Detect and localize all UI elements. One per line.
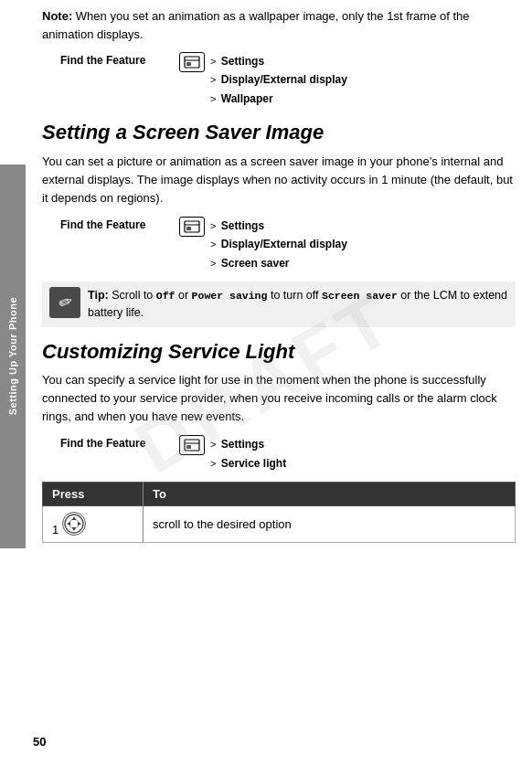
tip-label: Tip:	[88, 289, 109, 302]
find-feature-3: Find the Feature > Settings > Service li…	[60, 435, 516, 473]
find-feature-1-label: Find the Feature	[60, 52, 179, 67]
find-feature-2-path: > Settings > Display/External display > …	[210, 217, 347, 272]
note-label: Note:	[42, 9, 72, 23]
find-feature-1-content: > Settings > Display/External display > …	[179, 52, 347, 108]
tip-code2: Power saving	[192, 290, 268, 302]
svg-rect-8	[186, 445, 191, 449]
side-tab: Setting Up Your Phone	[0, 165, 26, 548]
find-feature-2-icon	[179, 217, 205, 237]
nav-icon	[62, 512, 86, 536]
tip-content: Tip: Scroll to Off or Power saving to tu…	[88, 287, 508, 322]
tip-text3: to turn off	[271, 289, 322, 302]
table-cell-to: scroll to the desired option	[144, 506, 516, 543]
row-number: 1	[52, 523, 59, 537]
tip-text1: Scroll to	[112, 289, 156, 302]
find-feature-1-path: > Settings > Display/External display > …	[210, 52, 347, 108]
find-feature-3-path: > Settings > Service light	[210, 435, 286, 473]
find-feature-2: Find the Feature > Settings > Display/Ex…	[60, 217, 516, 272]
tip-code3: Screen saver	[322, 290, 398, 302]
tip-icon: ✏	[49, 287, 80, 318]
find-feature-1: Find the Feature > Settings > Display/Ex…	[60, 52, 516, 108]
find-feature-3-icon	[179, 435, 205, 455]
svg-rect-2	[186, 62, 191, 66]
table-cell-press: 1	[43, 506, 144, 543]
section-2-heading: Customizing Service Light	[42, 340, 516, 364]
table-header-to: To	[144, 483, 516, 506]
sidebar-label: Setting Up Your Phone	[7, 297, 18, 415]
section-1-body: You can set a picture or animation as a …	[42, 153, 516, 207]
pencil-icon: ✏	[55, 291, 75, 314]
find-feature-3-content: > Settings > Service light	[179, 435, 286, 473]
find-feature-1-icon	[179, 52, 205, 72]
page-number: 50	[33, 735, 46, 749]
find-feature-3-label: Find the Feature	[60, 435, 179, 450]
svg-rect-5	[186, 227, 191, 230]
find-feature-2-content: > Settings > Display/External display > …	[179, 217, 347, 272]
section-2-body: You can specify a service light for use …	[42, 371, 516, 426]
find-feature-2-label: Find the Feature	[60, 217, 179, 231]
section-1-heading: Setting a Screen Saver Image	[42, 121, 516, 144]
tip-text2: or	[178, 289, 192, 302]
table-header-press: Press	[43, 483, 144, 506]
tip-box: ✏ Tip: Scroll to Off or Power saving to …	[42, 282, 516, 327]
note-paragraph: Note: When you set an animation as a wal…	[42, 7, 516, 43]
svg-point-10	[69, 519, 79, 528]
table-row: 1 scro	[43, 506, 516, 543]
press-table: Press To 1	[42, 482, 516, 543]
note-text: When you set an animation as a wallpaper…	[42, 9, 470, 41]
tip-code1: Off	[156, 290, 176, 302]
